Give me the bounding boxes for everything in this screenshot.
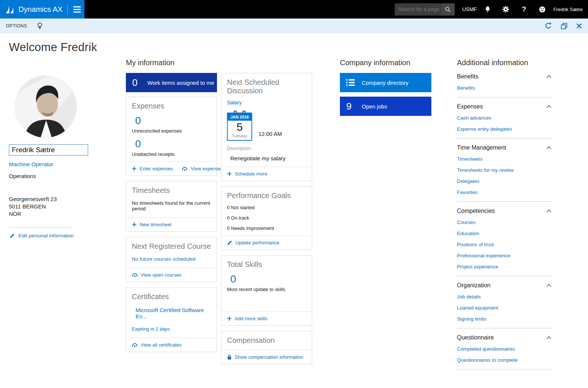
- link-loaned-equipment[interactable]: Loaned equipment: [457, 305, 552, 311]
- collapse-benefits-button[interactable]: [546, 74, 552, 79]
- dynamics-logo-icon: [5, 4, 15, 14]
- compensation-card: Compensation Show compensation informati…: [221, 331, 312, 364]
- address-line: Georgernesverft 23: [9, 195, 116, 203]
- show-compensation-link[interactable]: Show compensation information: [227, 354, 303, 360]
- company-directory-tile[interactable]: Company directory: [340, 73, 431, 92]
- goals-needs-improvement: 0 Needs improvement: [227, 225, 306, 231]
- collapse-expenses-button[interactable]: [546, 104, 552, 109]
- my-information-section: My information 0 Work items assigned to …: [126, 58, 312, 369]
- profile-name-field[interactable]: [9, 144, 88, 155]
- link-completed-questionnaires[interactable]: Completed questionnaires: [457, 346, 552, 352]
- app-title: Dynamics AX: [19, 5, 63, 14]
- collapse-competencies-button[interactable]: [546, 209, 552, 213]
- plus-icon: [227, 316, 232, 321]
- no-courses-link[interactable]: No future courses scheduled: [132, 256, 211, 263]
- view-all-certificates-link[interactable]: View all certificates: [132, 342, 181, 348]
- company-information-title: Company information: [340, 58, 431, 67]
- certificate-link[interactable]: Microsoft Certified Software En...: [136, 307, 211, 320]
- feedback-button[interactable]: [533, 0, 551, 19]
- lock-icon: [227, 354, 232, 360]
- chevron-up-icon: [547, 336, 551, 339]
- search-input[interactable]: [395, 3, 441, 16]
- link-questionnaires-to-complete[interactable]: Questionnaires to complete: [457, 357, 552, 363]
- close-button[interactable]: [576, 23, 582, 29]
- notifications-button[interactable]: [479, 0, 497, 19]
- chevron-up-icon: [547, 146, 551, 149]
- chevron-up-icon: [547, 284, 551, 287]
- edit-personal-info-link[interactable]: Edit personal information: [10, 233, 74, 238]
- discussion-subject-link[interactable]: Salary: [227, 100, 306, 106]
- unattached-receipts-count: 0: [135, 138, 211, 150]
- next-course-card: Next Registered Course No future courses…: [126, 237, 217, 282]
- section-divider: [457, 369, 552, 369]
- work-items-tile[interactable]: 0 Work items assigned to me: [126, 73, 217, 92]
- current-user-name[interactable]: Fredrik Sætre: [551, 7, 583, 12]
- compensation-card-title: Compensation: [227, 336, 306, 345]
- expenses-card: Expenses 0 Unreconciled expenses 0 Unatt…: [126, 97, 217, 176]
- link-professional-experience[interactable]: Professional experience: [457, 253, 552, 259]
- company-directory-label: Company directory: [362, 80, 408, 86]
- section-divider: [457, 328, 552, 328]
- company-selector[interactable]: USMF: [461, 0, 479, 19]
- link-timesheets[interactable]: Timesheets: [457, 156, 552, 162]
- link-cash-advances[interactable]: Cash advances: [457, 115, 552, 121]
- work-items-label: Work items assigned to me: [147, 80, 214, 86]
- section-questionnaire-title: Questionnaire: [457, 334, 494, 341]
- hamburger-menu-button[interactable]: [73, 6, 81, 13]
- add-more-skills-label: Add more skills: [235, 316, 267, 321]
- link-timesheets-for-my-review[interactable]: Timesheets for my review: [457, 167, 552, 173]
- section-questionnaire: Questionnaire Completed questionnaires Q…: [457, 334, 552, 369]
- enter-expenses-link[interactable]: Enter expenses: [132, 166, 173, 171]
- help-button[interactable]: ?: [515, 0, 533, 19]
- section-competencies: Competencies Courses Education Positions…: [457, 207, 552, 276]
- collapse-time-management-button[interactable]: [546, 146, 552, 150]
- collapse-organization-button[interactable]: [546, 283, 552, 288]
- schedule-more-link[interactable]: Schedule more: [227, 171, 267, 177]
- open-jobs-tile[interactable]: 9 Open jobs: [340, 97, 431, 116]
- chevron-up-icon: [547, 75, 551, 78]
- next-course-card-title: Next Registered Course: [132, 242, 211, 251]
- link-benefits[interactable]: Benefits: [457, 85, 552, 91]
- update-performance-label: Update performance: [235, 240, 280, 245]
- link-education[interactable]: Education: [457, 231, 552, 237]
- ideas-button[interactable]: [37, 22, 43, 30]
- pencil-icon: [10, 233, 15, 238]
- expenses-card-title: Expenses: [132, 102, 211, 110]
- description-label: Description: [227, 146, 306, 151]
- link-project-experience[interactable]: Project experience: [457, 264, 552, 270]
- plus-icon: [132, 222, 137, 227]
- link-positions-of-trust[interactable]: Positions of trust: [457, 242, 552, 248]
- avatar: [14, 76, 77, 138]
- link-favorites[interactable]: Favorites: [457, 190, 552, 195]
- position-link[interactable]: Machine Operator: [9, 161, 116, 167]
- open-in-new-window-button[interactable]: [561, 23, 568, 30]
- link-courses[interactable]: Courses: [457, 220, 552, 225]
- bell-icon: [484, 6, 491, 13]
- view-expenses-link[interactable]: View expenses: [182, 166, 223, 171]
- update-performance-link[interactable]: Update performance: [227, 240, 280, 245]
- link-signing-limits[interactable]: Signing limits: [457, 316, 552, 322]
- form-controls: [545, 22, 582, 30]
- profile-divider: [9, 227, 72, 228]
- options-tab[interactable]: OPTIONS: [6, 23, 27, 29]
- view-open-courses-link[interactable]: View open courses: [132, 272, 181, 278]
- certificate-expiry-link[interactable]: Expiring in 2 days: [132, 326, 211, 333]
- settings-button[interactable]: [497, 0, 515, 19]
- collapse-questionnaire-button[interactable]: [546, 335, 552, 340]
- add-more-skills-link[interactable]: Add more skills: [227, 316, 267, 321]
- new-timesheet-link[interactable]: New timesheet: [132, 222, 171, 227]
- chevron-up-icon: [547, 105, 551, 108]
- link-delegates[interactable]: Delegates: [457, 178, 552, 184]
- link-job-details[interactable]: Job details: [457, 294, 552, 300]
- discussion-card-title: Next Scheduled Discussion: [227, 78, 306, 95]
- section-benefits-title: Benefits: [457, 73, 478, 80]
- link-expense-entry-delegates[interactable]: Expense entry delegates: [457, 126, 552, 132]
- search-button[interactable]: [441, 3, 455, 16]
- page-search: [395, 3, 455, 16]
- view-icon: [182, 166, 188, 171]
- plus-icon: [132, 166, 137, 171]
- options-bar: OPTIONS: [0, 19, 588, 33]
- certificates-card: Certificates Microsoft Certified Softwar…: [126, 287, 217, 352]
- gear-icon: [502, 6, 510, 13]
- refresh-button[interactable]: [545, 22, 552, 30]
